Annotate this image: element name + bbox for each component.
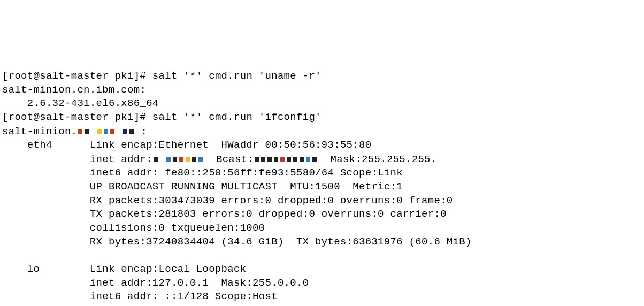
rx-packets: RX packets:303473039 errors:0 dropped:0 …: [90, 195, 453, 206]
iface-flags: UP BROADCAST RUNNING MULTICAST MTU:1500 …: [90, 181, 403, 193]
minion-host-prefix: salt-minion.: [2, 126, 77, 137]
tx-packets: TX packets:281803 errors:0 dropped:0 ove…: [90, 208, 447, 220]
inet6-addr: inet6 addr: ::1/128 Scope:Host: [90, 290, 278, 302]
collisions: collisions:0 txqueuelen:1000: [90, 222, 265, 234]
link-encap: Link encap:Local Loopback: [90, 263, 247, 275]
inet-addr: inet addr:127.0.0.1 Mask:255.0.0.0: [90, 277, 309, 289]
redacted-hostname: [77, 125, 134, 139]
minion-host: salt-minion.cn.ibm.com:: [2, 84, 146, 96]
shell-prompt: [root@salt-master pki]#: [2, 111, 152, 123]
kernel-version: 2.6.32-431.el6.x86_64: [2, 97, 159, 109]
bcast-label: Bcast:: [204, 154, 254, 165]
shell-prompt: [root@salt-master pki]#: [2, 70, 152, 82]
redacted-ip: [152, 152, 204, 166]
mask-label: Mask:255.255.255.: [318, 154, 436, 165]
bytes-line: RX bytes:37240834404 (34.6 GiB) TX bytes…: [90, 236, 472, 248]
command-text: salt '*' cmd.run 'uname -r': [152, 70, 321, 82]
iface-name: eth4: [2, 139, 90, 151]
minion-host-suffix: :: [141, 126, 148, 137]
terminal-output: [root@salt-master pki]# salt '*' cmd.run…: [2, 56, 642, 306]
inet-addr-label: inet addr:: [90, 154, 152, 165]
link-encap: Link encap:Ethernet HWaddr 00:50:56:93:5…: [90, 139, 372, 151]
iface-name: lo: [2, 263, 90, 275]
command-text: salt '*' cmd.run 'ifconfig': [152, 111, 321, 123]
inet6-addr: inet6 addr: fe80::250:56ff:fe93:5580/64 …: [90, 167, 403, 179]
redacted-bcast: [254, 152, 318, 166]
